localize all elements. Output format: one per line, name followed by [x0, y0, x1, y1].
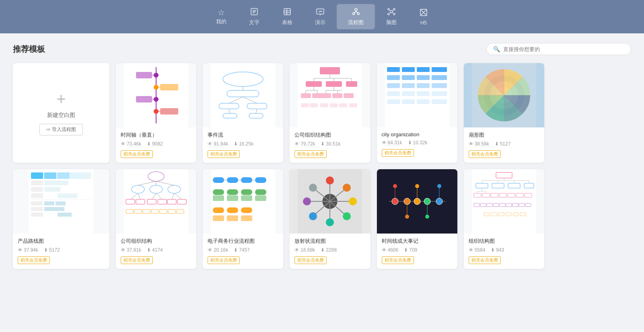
downloads-stat: ⬇ 943	[491, 247, 504, 253]
card-preview-company-org	[290, 63, 370, 127]
nav-my-label: 我的	[216, 18, 226, 25]
template-card-company-org[interactable]: 公司组织结构图 👁 79.72k ⬇ 30.51k 稻壳会员免费	[290, 63, 370, 163]
flowchart-icon	[352, 7, 360, 17]
nav-table[interactable]: 表格	[271, 4, 304, 29]
card-stats: 👁 73.46k ⬇ 9082	[121, 141, 191, 147]
card-info-product-roadmap: 产品路线图 👁 37.94k ⬇ 5172 稻壳会员免费	[13, 234, 109, 269]
nav-mindmap[interactable]: 脑图	[375, 4, 408, 29]
svg-point-211	[436, 198, 442, 205]
svg-rect-125	[44, 180, 68, 185]
svg-rect-59	[346, 81, 357, 87]
svg-rect-129	[58, 193, 78, 198]
template-card-org-structure[interactable]: 组织结构图 👁 5584 ⬇ 943 稻壳会员免费	[464, 169, 544, 269]
import-label: 导入流程图	[52, 126, 76, 133]
search-box[interactable]: 🔍	[486, 43, 631, 55]
card-preview-event-flow	[203, 63, 283, 127]
views-stat: 👁 5584	[469, 247, 486, 253]
views-stat: 👁 37.81k	[121, 247, 141, 253]
badge: 稻壳会员免费	[469, 150, 501, 158]
svg-rect-120	[31, 172, 43, 179]
svg-point-19	[388, 13, 389, 15]
plus-icon: +	[56, 91, 66, 107]
nav-text[interactable]: 文字	[238, 4, 271, 29]
template-card-radial-flow[interactable]: 放射状流程图 👁 16.68k ⬇ 2288 稻壳会员免费	[290, 169, 370, 269]
svg-rect-93	[387, 83, 400, 88]
template-card-timeline-vertical[interactable]: 时间轴（垂直） 👁 73.46k ⬇ 9082 稻壳会员免费	[116, 63, 196, 163]
card-title: 电子商务行业流程图	[208, 238, 278, 245]
svg-rect-82	[339, 103, 347, 107]
svg-rect-173	[213, 189, 224, 195]
import-flowchart-button[interactable]: ⇨ 导入流程图	[39, 124, 83, 135]
card-info-timeline-events: 时间线或大事记 👁 4606 ⬇ 709 稻壳会员免费	[377, 234, 457, 269]
nav-mindmap-label: 脑图	[386, 19, 397, 26]
nav-h5[interactable]: H5	[408, 5, 439, 29]
template-card-timeline-events[interactable]: 时间线或大事记 👁 4606 ⬇ 709 稻壳会员免费	[377, 169, 457, 269]
svg-rect-121	[44, 172, 56, 179]
svg-point-194	[349, 197, 357, 205]
svg-rect-43	[211, 63, 275, 127]
nav-table-label: 表格	[282, 19, 292, 26]
card-info-company-org2: 公司组织结构 👁 37.81k ⬇ 4174 稻壳会员免费	[116, 234, 196, 269]
svg-point-190	[326, 176, 334, 184]
nav-flowchart[interactable]: 流程图	[337, 4, 375, 29]
card-stats: 👁 91.84k ⬇ 16.25k	[208, 141, 278, 147]
svg-rect-181	[213, 207, 224, 213]
nav-presentation-label: 演示	[315, 19, 325, 26]
nav-presentation[interactable]: 演示	[304, 4, 337, 29]
svg-rect-101	[387, 99, 400, 104]
svg-rect-92	[432, 75, 447, 80]
new-blank-card[interactable]: + 新建空白图 ⇨ 导入流程图	[13, 63, 109, 163]
search-input[interactable]	[503, 46, 624, 52]
svg-rect-56	[320, 67, 340, 74]
svg-rect-94	[402, 83, 415, 88]
svg-point-20	[393, 13, 395, 15]
card-info-radial-flow: 放射状流程图 👁 16.68k ⬇ 2288 稻壳会员免费	[290, 234, 370, 269]
downloads-stat: ⬇ 2288	[321, 247, 337, 253]
svg-rect-88	[432, 67, 447, 72]
svg-rect-100	[432, 91, 447, 96]
card-title: 时间线或大事记	[382, 238, 453, 245]
template-card-company-org2[interactable]: 公司组织结构 👁 37.81k ⬇ 4174 稻壳会员免费	[116, 169, 196, 269]
card-info-company-org: 公司组织结构图 👁 79.72k ⬇ 30.51k 稻壳会员免费	[290, 127, 370, 163]
svg-rect-96	[432, 83, 447, 88]
card-title: 扇形图	[469, 131, 539, 139]
svg-rect-128	[31, 193, 43, 198]
template-card-fan-chart[interactable]: 扇形图 👁 38.58k ⬇ 5127 稻壳会员免费	[464, 63, 544, 163]
svg-rect-123	[71, 172, 83, 179]
svg-rect-184	[213, 215, 224, 221]
svg-rect-65	[301, 93, 311, 98]
new-card-label: 新建空白图	[47, 112, 75, 119]
template-card-event-flow[interactable]: 事件流 👁 91.84k ⬇ 16.25k 稻壳会员免费	[203, 63, 283, 163]
svg-rect-180	[255, 195, 266, 201]
svg-point-198	[326, 218, 334, 226]
badge: 稻壳会员免费	[294, 256, 327, 264]
nav-my[interactable]: ☆ 我的	[205, 5, 238, 29]
views-stat: 👁 20.16k	[208, 247, 228, 253]
card-preview-product-roadmap	[13, 169, 109, 234]
views-stat: 👁 91.84k	[208, 141, 228, 147]
svg-rect-136	[31, 213, 43, 217]
template-card-city-org[interactable]: city organization 👁 84.31k ⬇ 10.32k 稻壳会员…	[377, 63, 457, 163]
card-preview-timeline-vertical	[116, 63, 196, 127]
svg-line-14	[354, 12, 356, 13]
downloads-stat: ⬇ 16.25k	[234, 141, 253, 147]
template-card-ecommerce-flow[interactable]: 电子商务行业流程图 👁 20.16k ⬇ 7457 稻壳会员免费	[203, 169, 283, 269]
svg-point-209	[414, 198, 420, 205]
svg-rect-103	[417, 99, 430, 104]
svg-rect-133	[56, 201, 66, 205]
svg-point-11	[352, 13, 354, 15]
badge: 稻壳会员免费	[18, 256, 50, 264]
presentation-icon	[316, 7, 325, 17]
svg-rect-68	[332, 93, 342, 98]
svg-point-204	[309, 184, 317, 192]
svg-rect-35	[136, 96, 152, 102]
svg-point-10	[355, 8, 357, 11]
badge: 稻壳会员免费	[382, 149, 414, 157]
downloads-stat: ⬇ 9082	[147, 141, 163, 147]
svg-rect-126	[31, 187, 43, 192]
svg-point-18	[393, 8, 395, 10]
card-stats: 👁 16.68k ⬇ 2288	[294, 247, 365, 253]
template-card-product-roadmap[interactable]: 产品路线图 👁 37.94k ⬇ 5172 稻壳会员免费	[13, 169, 109, 269]
svg-rect-83	[349, 103, 357, 107]
nav-text-label: 文字	[249, 19, 259, 26]
